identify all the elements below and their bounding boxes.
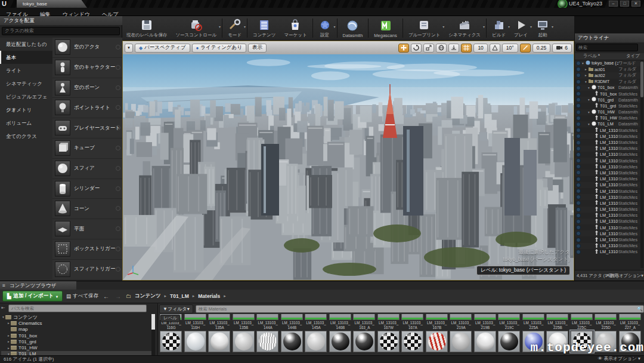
rotate-tool-button[interactable] (411, 44, 422, 53)
visibility-eye-icon[interactable] (576, 146, 581, 151)
breadcrumb-t01lm[interactable]: T01_LM (170, 293, 189, 299)
outliner-row[interactable]: LM_13101StaticMes (575, 230, 640, 236)
visibility-eye-icon[interactable] (576, 189, 581, 193)
outliner-row[interactable]: LM_13101StaticMes (575, 164, 640, 170)
expander-icon[interactable]: ▸ (7, 334, 11, 337)
outliner-row[interactable]: LM_13101StaticMes (575, 219, 640, 224)
scale-snap-value[interactable]: 0.25 (532, 44, 551, 53)
visibility-eye-icon[interactable] (576, 79, 581, 84)
drag-handle-icon[interactable] (116, 247, 120, 251)
filter-button[interactable]: ▼フィルタ▾ (159, 304, 193, 313)
visibility-eye-icon[interactable] (576, 67, 581, 72)
place-item-11[interactable]: スフィアトリガー (52, 260, 122, 280)
visibility-eye-icon[interactable] (576, 91, 581, 96)
visibility-eye-icon[interactable] (576, 134, 581, 139)
outliner-search-input[interactable]: 検索 (576, 44, 638, 51)
asset-145A[interactable]: LM_13103_145A (304, 314, 329, 330)
outliner-row[interactable]: ▾T01_boxDatasmith (575, 85, 640, 91)
outliner-row[interactable]: ▾T01_grdDatasmith (575, 97, 640, 103)
visibility-eye-icon[interactable] (576, 219, 581, 224)
outliner-row[interactable]: ▾T01_HWDatasmith (575, 109, 640, 115)
asset-row2-13[interactable] (473, 330, 498, 353)
add-import-button[interactable]: ▙ 追加 / インポート▾ (2, 291, 63, 302)
visibility-eye-icon[interactable] (576, 103, 581, 108)
scale-tool-button[interactable] (423, 44, 434, 53)
world-space-button[interactable] (436, 44, 447, 53)
outliner-row[interactable]: T01_grdStaticMes (575, 103, 640, 109)
outliner-row[interactable]: ▸act02フォルダ (575, 72, 640, 78)
camera-speed-button[interactable]: 6 (552, 44, 572, 53)
angle-snap-value[interactable]: 10° (502, 44, 518, 53)
visibility-eye-icon[interactable] (576, 97, 581, 102)
outliner-row[interactable]: LM_13101StaticMes (575, 182, 640, 188)
outliner-row[interactable]: LM_13101StaticMes (575, 176, 640, 182)
folder-tree-scrollbar[interactable] (151, 314, 155, 356)
category-4[interactable]: ビジュアルエフェクト (0, 90, 52, 103)
visibility-eye-icon[interactable] (576, 122, 581, 127)
expander-icon[interactable]: ▸ (7, 340, 11, 343)
category-5[interactable]: ジオメトリ (0, 103, 52, 116)
class-search-input[interactable]: クラスの検索 (2, 27, 120, 35)
visibility-eye-icon[interactable] (576, 183, 581, 187)
outliner-scrollbar[interactable] (640, 60, 643, 268)
drag-handle-icon[interactable] (116, 226, 120, 231)
visibility-eye-icon[interactable] (576, 152, 581, 157)
asset-row2-4[interactable] (256, 330, 280, 353)
drag-handle-icon[interactable] (116, 166, 120, 171)
folder-row-t01_hw[interactable]: ▸T01_HW (1, 344, 153, 350)
asset-row2-6[interactable] (304, 330, 329, 353)
asset-225A[interactable]: LM_13103_225A (522, 314, 546, 330)
place-item-5[interactable]: キューブ (52, 139, 122, 159)
place-item-10[interactable]: ボックストリガー (52, 239, 122, 260)
outliner-row[interactable]: ▸act01フォルダ (575, 66, 640, 72)
toolbar-build-button[interactable]: ビルド▾ (488, 16, 510, 40)
level-tab[interactable]: tokyo_base (17, 0, 87, 8)
level-filter-chip[interactable]: レベル (160, 315, 180, 322)
breadcrumb-content[interactable]: コンテンツ (135, 293, 161, 300)
asset-167W[interactable]: LM_13103_167W (377, 314, 401, 330)
asset-135B[interactable]: LM_13103_135B (232, 314, 256, 330)
asset-144A[interactable]: LM_13103_144A (256, 314, 280, 330)
maximize-button[interactable]: □ (620, 1, 629, 7)
toolbar-source-button[interactable]: ソースコントロール▾ (171, 16, 221, 40)
drag-handle-icon[interactable] (116, 85, 120, 90)
asset-225B[interactable]: LM_13103_225B (546, 314, 570, 330)
asset-row2-7[interactable] (329, 330, 353, 353)
asset-row2-14[interactable] (497, 330, 522, 353)
outliner-row[interactable]: LM_13101StaticMes (575, 188, 640, 194)
drag-handle-icon[interactable] (116, 206, 120, 211)
asset-163_A[interactable]: LM_13103_163_A (352, 314, 377, 330)
asset-row2-11[interactable] (425, 330, 450, 353)
visibility-eye-icon[interactable] (576, 170, 581, 175)
chevron-down-icon[interactable]: ▾ (552, 24, 553, 29)
place-item-4[interactable]: プレイヤースタート (52, 118, 122, 139)
asset-225D[interactable]: LM_13103_225D (594, 314, 618, 330)
drag-handle-icon[interactable] (116, 105, 120, 110)
asset-219C[interactable]: LM_13103_219C (497, 314, 522, 330)
outliner-row[interactable]: T01_HWStaticMes (575, 115, 640, 121)
place-item-0[interactable]: 空のアクタ (52, 38, 122, 58)
category-0[interactable]: 最近配置したもの (0, 38, 52, 51)
toolbar-settings-button[interactable]: 設定▾ (314, 16, 336, 40)
asset-row2-0[interactable] (159, 330, 184, 353)
visibility-eye-icon[interactable] (576, 158, 581, 163)
asset-219A[interactable]: LM_13103_219A (449, 314, 473, 330)
asset-225C[interactable]: LM_13103_225C (570, 314, 595, 330)
toolbar-megascans-button[interactable]: Megascans (370, 16, 401, 40)
chevron-down-icon[interactable]: ▾ (334, 24, 336, 29)
place-item-6[interactable]: スフィア (52, 159, 122, 179)
visibility-eye-icon[interactable] (576, 110, 581, 115)
outliner-row[interactable]: LM_13101StaticMes (575, 249, 640, 255)
forward-button[interactable]: → (114, 293, 122, 300)
outliner-row[interactable]: LM_13101StaticMes (575, 194, 640, 200)
folder-row-コンテンツ[interactable]: ▾コンテンツ (1, 314, 153, 320)
outliner-column-headers[interactable]: ラベル ▲ タイプ (575, 53, 644, 60)
outliner-row[interactable]: LM_13101StaticMes (575, 236, 640, 242)
asset-167A[interactable]: LM_13103_167A (401, 314, 425, 330)
grid-snap-value[interactable]: 10 (473, 44, 487, 53)
outliner-row[interactable]: LM_13101StaticMes (575, 200, 640, 206)
asset-search-input[interactable]: 検索 Materials (196, 305, 644, 313)
outliner-view-options[interactable]: 👁表示オプション▾ (606, 270, 643, 281)
outliner-row[interactable]: LM_13101StaticMes (575, 243, 640, 249)
outliner-row[interactable]: ▾tokyo_base (エディタ)ワールド (575, 60, 640, 66)
